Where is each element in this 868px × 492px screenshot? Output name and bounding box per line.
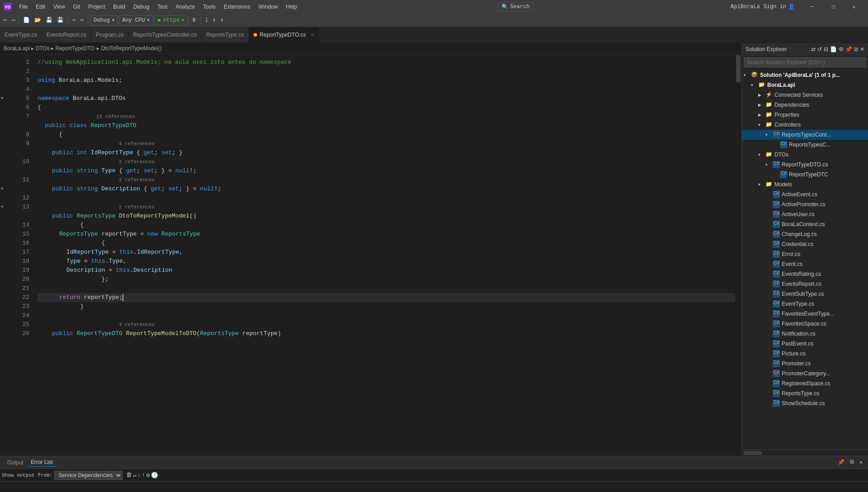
gutter-fold[interactable] (0, 166, 9, 175)
float-icon[interactable]: ⧉ (854, 46, 858, 52)
close-button[interactable]: ✕ (844, 0, 864, 14)
tree-changelog[interactable]: C# ChangeLog.cs (742, 229, 868, 239)
gutter-fold[interactable]: ▼ (0, 184, 9, 194)
tree-reporttypedto[interactable]: ▾ C# ReportTypeDTO.cs (742, 160, 868, 170)
step-out-button[interactable]: ⬆ (219, 16, 225, 24)
collapse-icon[interactable]: ⊟ (824, 46, 828, 52)
tree-error[interactable]: C# Error.cs (742, 249, 868, 259)
scrollbar-thumb[interactable] (744, 451, 762, 455)
code-editor-area[interactable]: ▼ ▼ ▼ (0, 54, 741, 456)
scrollbar-thumb[interactable] (736, 55, 741, 82)
prev-message-icon[interactable]: ↑ (142, 472, 145, 479)
tree-pastevent[interactable]: C# PastEvent.cs (742, 339, 868, 349)
tree-eventsrating[interactable]: C# EventsRating.cs (742, 269, 868, 279)
tree-registeredspace[interactable]: C# RegisteredSpace.cs (742, 378, 868, 388)
tree-dependencies[interactable]: ▶ 📁 Dependencies (742, 100, 868, 110)
debug-mode-dropdown[interactable]: Debug ▾ (90, 15, 118, 25)
menu-edit[interactable]: Edit (32, 3, 49, 11)
new-file-button[interactable]: 📄 (21, 16, 32, 24)
tree-picture[interactable]: C# Picture.cs (742, 349, 868, 359)
back-button[interactable]: ⟵ (2, 16, 9, 24)
sync-icon[interactable]: ⇄ (811, 46, 816, 52)
tab-reporttypedto[interactable]: ReportTypeDTO.cs ✕ (249, 27, 319, 43)
toggle-wrap-icon[interactable]: ↵ (133, 472, 136, 479)
pin-icon[interactable]: 📌 (845, 46, 852, 52)
minimize-button[interactable]: — (802, 0, 823, 14)
solution-explorer-search[interactable] (744, 57, 866, 67)
tree-favoriteseventtype[interactable]: C# FavoritesEventType... (742, 309, 868, 319)
clear-output-icon[interactable]: 🗑 (126, 472, 132, 479)
menu-test[interactable]: Test (154, 3, 171, 11)
menu-project[interactable]: Project (84, 3, 108, 11)
tree-favoritesspace[interactable]: C# FavoritesSpace.cs (742, 319, 868, 329)
menu-analyze[interactable]: Analyze (172, 3, 199, 11)
menu-view[interactable]: View (50, 3, 69, 11)
refresh-icon[interactable]: ↺ (817, 46, 822, 52)
gutter-fold[interactable] (0, 121, 9, 130)
tab-output[interactable]: Error List (27, 458, 56, 467)
tree-eventsubtype[interactable]: C# EventSubType.cs (742, 289, 868, 299)
platform-dropdown[interactable]: Any CPU ▾ (119, 15, 153, 25)
save-all-button[interactable]: 💾 (55, 16, 66, 24)
forward-button[interactable]: ⟶ (9, 16, 16, 24)
tree-activeuser[interactable]: C# ActiveUser.cs (742, 209, 868, 219)
vertical-scrollbar[interactable] (735, 54, 741, 456)
close-panel-icon[interactable]: ✕ (858, 458, 864, 467)
tree-properties[interactable]: ▶ 📁 Properties (742, 110, 868, 120)
title-search-box[interactable]: 🔍 Search (497, 2, 534, 12)
open-file-button[interactable]: 📂 (33, 16, 43, 24)
tree-promoter[interactable]: C# Promoter.cs (742, 359, 868, 369)
tree-controllers[interactable]: ▾ 📁 Controllers (742, 120, 868, 130)
menu-debug[interactable]: Debug (130, 3, 153, 11)
menu-help[interactable]: Help (282, 3, 301, 11)
tree-promotercategory[interactable]: C# PromoterCategory... (742, 369, 868, 378)
tree-reportstypesc2[interactable]: C# ReportsTypesC... (742, 140, 868, 150)
restore-button[interactable]: ❐ (823, 0, 844, 14)
pause-button[interactable]: ⏸ (189, 16, 198, 24)
gutter-fold[interactable] (0, 148, 9, 157)
tree-models[interactable]: ▾ 📁 Models (742, 180, 868, 189)
tree-connected-services[interactable]: ▶ ⚡ Connected Services (742, 90, 868, 100)
float-panel-icon[interactable]: ⧉ (848, 458, 856, 467)
next-message-icon[interactable]: ↓ (137, 472, 141, 479)
undo-button[interactable]: ↩ (70, 16, 77, 24)
gutter-fold[interactable] (0, 157, 9, 166)
tree-reportstype[interactable]: C# ReportsType.cs (742, 388, 868, 398)
sign-in-button[interactable]: Sign in 👤 (764, 4, 795, 10)
step-into-button[interactable]: ⬇ (211, 16, 217, 24)
tab-close-icon[interactable]: ✕ (310, 33, 314, 38)
gutter-fold[interactable]: ▼ (0, 203, 9, 212)
tab-eventsreport[interactable]: EventsReport.cs (42, 27, 91, 43)
save-button[interactable]: 💾 (44, 16, 54, 24)
close-icon[interactable]: ✕ (860, 46, 864, 52)
show-all-files-icon[interactable]: 📄 (830, 46, 837, 52)
tree-project[interactable]: ▾ 📁 BoraLa.api (742, 80, 868, 90)
tree-event[interactable]: C# Event.cs (742, 259, 868, 269)
step-over-button[interactable]: ⤵ (203, 16, 210, 24)
tree-eventsreport[interactable]: C# EventsReport.cs (742, 279, 868, 289)
tree-showschedule[interactable]: C# ShowSchedule.cs (742, 398, 868, 408)
tree-credential[interactable]: C# Credential.cs (742, 239, 868, 249)
run-button[interactable]: ▶ https ▾ (154, 15, 188, 25)
settings-output-icon[interactable]: ⚙ (146, 472, 150, 479)
menu-extensions[interactable]: Extensions (220, 3, 254, 11)
output-source-dropdown[interactable]: Service Dependencies (54, 471, 122, 480)
tab-error-list[interactable]: Output (4, 459, 27, 467)
menu-file[interactable]: File (15, 3, 31, 11)
menu-build[interactable]: Build (110, 3, 129, 11)
tree-notification[interactable]: C# Notification.cs (742, 329, 868, 339)
menu-tools[interactable]: Tools (199, 3, 219, 11)
tree-activeevent[interactable]: C# ActiveEvent.cs (742, 189, 868, 199)
tree-eventtype[interactable]: C# EventType.cs (742, 299, 868, 309)
tree-activepromoter[interactable]: C# ActivePromoter.cs (742, 199, 868, 209)
menu-git[interactable]: Git (70, 3, 84, 11)
tree-reportstypescontroller[interactable]: ▾ C# ReportsTypesCont... (742, 130, 868, 140)
gutter-fold[interactable]: ▼ (0, 94, 9, 103)
tree-boralacontext[interactable]: C# BoraLaContext.cs (742, 219, 868, 229)
code-content[interactable]: //using WebApplication1.api.Models; na a… (34, 54, 735, 456)
tab-eventtype[interactable]: EventType.cs (0, 27, 42, 43)
tree-dtos[interactable]: ▾ 📁 DTOs (742, 150, 868, 160)
se-horizontal-scrollbar[interactable] (742, 449, 868, 456)
settings-icon[interactable]: ⚙ (839, 46, 844, 52)
tree-reporttypedtc[interactable]: C# ReportTypeDTC (742, 170, 868, 180)
